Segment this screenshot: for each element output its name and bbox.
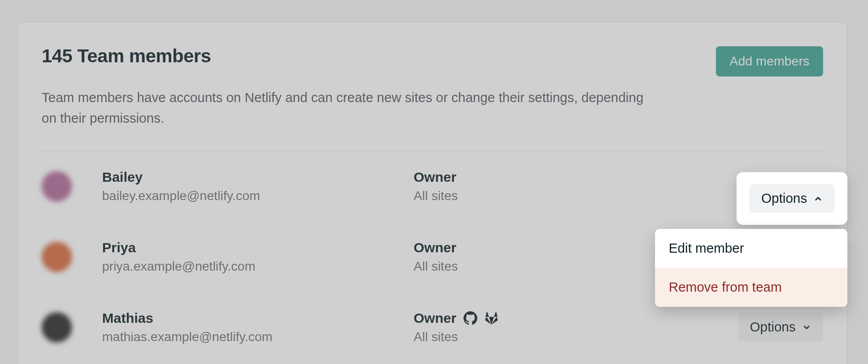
member-role-block: Owner All sites	[414, 310, 738, 344]
page-description: Team members have accounts on Netlify an…	[42, 87, 655, 129]
options-button-open[interactable]: Options	[749, 184, 835, 213]
member-role: Owner	[414, 240, 456, 255]
edit-member-item[interactable]: Edit member	[655, 229, 847, 268]
team-members-card: 145 Team members Add members Team member…	[17, 22, 847, 364]
avatar	[42, 171, 72, 201]
options-popover: Options Edit member Remove from team	[737, 172, 847, 225]
chevron-up-icon	[813, 194, 823, 203]
page-title: 145 Team members	[42, 45, 211, 67]
member-info: Bailey bailey.example@netlify.com	[102, 169, 414, 203]
github-icon	[464, 311, 477, 325]
member-email: mathias.example@netlify.com	[102, 330, 414, 344]
member-role: Owner	[414, 169, 456, 185]
member-role-block: Owner All sites	[414, 169, 732, 203]
member-scope: All sites	[414, 189, 732, 203]
options-label: Options	[761, 191, 807, 206]
avatar	[42, 242, 72, 272]
gitlab-icon	[485, 311, 498, 325]
member-name: Bailey	[102, 169, 414, 185]
card-header: 145 Team members Add members	[42, 45, 823, 76]
add-members-button[interactable]: Add members	[716, 46, 823, 76]
member-info: Priya priya.example@netlify.com	[102, 240, 414, 274]
options-label: Options	[750, 320, 796, 335]
member-role: Owner	[414, 310, 456, 326]
member-scope: All sites	[414, 330, 738, 344]
remove-from-team-item[interactable]: Remove from team	[655, 268, 847, 307]
member-email: bailey.example@netlify.com	[102, 189, 414, 203]
avatar	[42, 312, 72, 342]
member-info: Mathias mathias.example@netlify.com	[102, 310, 414, 344]
member-email: priya.example@netlify.com	[102, 259, 414, 274]
member-name: Priya	[102, 240, 414, 255]
options-dropdown: Edit member Remove from team	[655, 229, 847, 307]
options-popover-header: Options	[737, 172, 847, 225]
member-row: Bailey bailey.example@netlify.com Owner …	[42, 151, 823, 222]
member-name: Mathias	[102, 310, 414, 326]
options-button[interactable]: Options	[738, 313, 823, 342]
chevron-down-icon	[802, 323, 811, 332]
